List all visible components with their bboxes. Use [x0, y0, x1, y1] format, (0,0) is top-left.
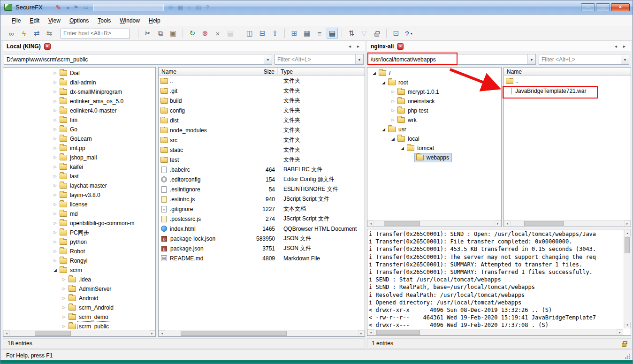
file-row[interactable]: .git文件夹 [159, 86, 365, 96]
tree-item[interactable]: AdminServer [3, 284, 155, 294]
tree-item[interactable]: wrk [367, 115, 501, 125]
tree-item[interactable]: license [3, 200, 155, 209]
file-row[interactable]: test文件夹 [159, 155, 365, 165]
help-icon[interactable]: ?▾ [403, 28, 414, 39]
column-header-type[interactable]: Type [278, 68, 365, 76]
file-row[interactable]: JavaBridgeTemplate721.war [504, 86, 631, 96]
maximize-button[interactable] [596, 3, 610, 11]
column-header-name[interactable]: Name [159, 68, 256, 76]
expand-arrow-icon[interactable] [52, 68, 58, 78]
tab-scroll-right-icon[interactable] [621, 44, 627, 49]
file-row[interactable]: .editorconfig154Editor Config 源文件 [159, 174, 365, 184]
file-row[interactable]: ..文件夹 [159, 76, 365, 86]
menu-tools[interactable]: Tools [93, 16, 115, 25]
file-row[interactable]: package.json3751JSON 文件 [159, 243, 365, 253]
small-icons-view-icon[interactable]: ▦ [301, 28, 313, 39]
tree-item[interactable]: usr [367, 125, 501, 134]
scrollbar-thumb[interactable] [384, 221, 420, 226]
file-row[interactable]: .. [504, 76, 631, 86]
resize-grip[interactable] [624, 353, 631, 359]
remote-path-input[interactable] [368, 54, 527, 64]
expand-arrow-icon[interactable] [52, 237, 58, 247]
scroll-left-icon[interactable] [159, 330, 165, 337]
collapse-arrow-icon[interactable] [399, 144, 405, 153]
tree-item[interactable]: last [3, 172, 155, 181]
file-row[interactable]: README.md4809Markdown File [159, 253, 365, 263]
local-filter-dropdown-icon[interactable] [355, 54, 363, 64]
tree-item[interactable]: GoLearn [3, 134, 155, 144]
tree-item[interactable]: Android [3, 294, 155, 303]
file-row[interactable]: .babelrc464BABELRC 文件 [159, 165, 365, 174]
remote-tree-hscrollbar[interactable] [367, 220, 501, 227]
file-row[interactable]: static文件夹 [159, 145, 365, 155]
expand-arrow-icon[interactable] [61, 275, 67, 284]
scrollbar-thumb[interactable] [524, 221, 564, 226]
tree-item[interactable]: md [3, 209, 155, 219]
expand-arrow-icon[interactable] [52, 228, 58, 237]
tree-item[interactable]: scrm_public [3, 322, 155, 329]
refresh-icon[interactable]: ↻ [187, 28, 198, 39]
scrollbar-thumb[interactable] [625, 237, 630, 253]
tree-item[interactable]: Robot [3, 247, 155, 256]
expand-arrow-icon[interactable] [52, 115, 58, 125]
remote-tab-close-icon[interactable] [397, 43, 404, 50]
scroll-left-icon[interactable] [367, 220, 374, 227]
tree-item[interactable]: imLpp [3, 144, 155, 153]
scroll-right-icon[interactable] [149, 330, 155, 337]
expand-arrow-icon[interactable] [52, 209, 58, 219]
collapse-arrow-icon[interactable] [381, 78, 387, 87]
file-row[interactable]: build文件夹 [159, 96, 365, 106]
expand-arrow-icon[interactable] [61, 303, 67, 312]
file-row[interactable]: .eslintrc.js940JScript Script 文件 [159, 194, 365, 204]
scroll-right-icon[interactable] [617, 329, 623, 336]
scrollbar-thumb[interactable] [181, 331, 287, 336]
filter-icon[interactable]: ▽ [358, 28, 370, 39]
tree-item[interactable]: dial-admin [3, 78, 155, 87]
close-button[interactable] [611, 3, 630, 11]
log-hscrollbar[interactable] [367, 329, 623, 335]
expand-arrow-icon[interactable] [52, 97, 58, 106]
file-row[interactable]: index.html1465QQBrowser HTML Document [159, 224, 365, 234]
tree-item[interactable]: dx-smallMiniprogram [3, 87, 155, 97]
menu-window[interactable]: Window [115, 16, 144, 25]
tree-item[interactable]: scrm [3, 265, 155, 275]
tree-item[interactable]: eolinker4.0-master [3, 106, 155, 115]
expand-arrow-icon[interactable] [52, 247, 58, 256]
column-header-name[interactable]: Name [504, 68, 631, 76]
tree-item[interactable]: scrm_demo [3, 312, 155, 322]
menu-options[interactable]: Options [65, 16, 93, 25]
tree-item[interactable]: php-test [367, 106, 501, 115]
expand-arrow-icon[interactable] [52, 106, 58, 115]
local-path-input[interactable] [4, 54, 263, 64]
expand-arrow-icon[interactable] [52, 78, 58, 87]
tree-item[interactable]: kaifei [3, 162, 155, 172]
scroll-down-icon[interactable] [624, 322, 631, 328]
tree-item[interactable]: / [367, 68, 501, 78]
tree-item[interactable]: fim [3, 115, 155, 125]
expand-arrow-icon[interactable] [61, 312, 67, 322]
expand-arrow-icon[interactable] [52, 256, 58, 265]
remote-filter-dropdown-icon[interactable] [621, 54, 629, 64]
swap-panes-icon[interactable]: ⊟ [257, 28, 268, 39]
cut-icon[interactable]: ✂ [142, 28, 153, 39]
details-view-icon[interactable]: ▤ [327, 28, 338, 39]
file-row[interactable]: dist文件夹 [159, 115, 365, 125]
file-row[interactable]: config文件夹 [159, 106, 365, 115]
stop-icon[interactable]: ⊗ [199, 28, 211, 39]
collapse-arrow-icon[interactable] [52, 265, 58, 275]
expand-arrow-icon[interactable] [61, 284, 67, 294]
properties-icon[interactable]: ▤ [225, 28, 236, 39]
large-icons-view-icon[interactable]: ⊞ [289, 28, 300, 39]
file-row[interactable]: src文件夹 [159, 135, 365, 145]
tree-item[interactable]: mcrypt-1.0.1 [367, 87, 501, 97]
tree-item[interactable]: webapps [367, 153, 501, 162]
folder-up-icon[interactable]: ⇧ [269, 28, 281, 39]
tree-item[interactable]: scrm_Android [3, 303, 155, 312]
sort-icon[interactable]: ⇅ [346, 28, 357, 39]
remote-tab[interactable]: nginx-ali [371, 43, 394, 50]
expand-arrow-icon[interactable] [390, 87, 396, 97]
scrollbar-thumb[interactable] [35, 331, 71, 336]
host-input[interactable] [61, 29, 130, 38]
expand-arrow-icon[interactable] [52, 219, 58, 228]
log-vscrollbar[interactable] [624, 230, 630, 328]
